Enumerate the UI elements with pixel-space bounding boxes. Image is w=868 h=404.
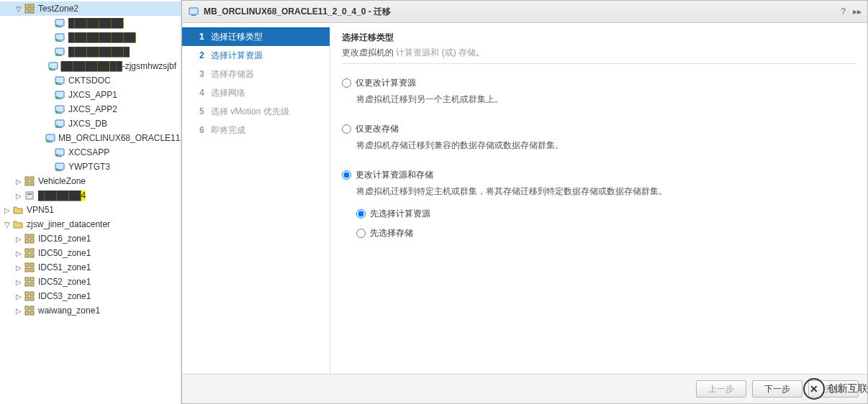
tree-item-label: waiwang_zone1 — [38, 306, 104, 316]
migration-option: 更改计算资源和存储将虚拟机迁移到特定主机或群集，将其存储迁移到特定数据存储或数据… — [342, 169, 856, 239]
option-label[interactable]: 更改计算资源和存储 — [342, 169, 856, 181]
option-radio[interactable] — [342, 124, 351, 134]
tree-item[interactable]: ▽zjsw_jiner_datacenter — [0, 217, 181, 231]
tree-item[interactable]: JXCS_DB — [0, 116, 181, 131]
tree-item[interactable]: ▷IDC51_zone1 — [0, 260, 181, 275]
vm-icon — [45, 132, 55, 144]
tree-item[interactable]: ▷IDC50_zone1 — [0, 246, 181, 260]
twisty-icon[interactable]: ▽ — [14, 5, 23, 13]
svg-rect-54 — [30, 268, 34, 272]
tree-item[interactable]: ██████████-zjgsmhwzsjbf — [0, 59, 181, 73]
vm-icon — [54, 118, 65, 129]
twisty-icon[interactable]: ▷ — [14, 264, 23, 272]
wizard-step[interactable]: ✓2选择计算资源 — [182, 46, 330, 65]
check-icon: ✓ — [189, 32, 199, 42]
svg-rect-44 — [30, 234, 34, 238]
vm-icon — [54, 147, 65, 158]
tree-item[interactable]: ███████████ — [0, 30, 181, 45]
wizard-content: 选择迁移类型 更改虚拟机的 计算资源和 (或) 存储。 仅更改计算资源将虚拟机迁… — [330, 23, 867, 374]
step-label: 选择存储器 — [209, 68, 254, 81]
next-button[interactable]: 下一步 — [752, 380, 803, 398]
svg-rect-3 — [30, 9, 34, 13]
tree-item[interactable]: ██████████ — [0, 45, 181, 59]
wizard-step: ✓1选择迁移类型 — [182, 27, 330, 46]
svg-rect-43 — [25, 234, 29, 238]
content-subheading: 更改虚拟机的 计算资源和 (或) 存储。 — [342, 47, 856, 59]
option-label[interactable]: 仅更改计算资源 — [342, 77, 856, 89]
inventory-tree[interactable]: ▽TestZone2██████████████████████████████… — [0, 0, 181, 404]
svg-rect-68 — [191, 15, 196, 16]
tree-item[interactable]: MB_ORCLINUX68_ORACLE11 — [0, 131, 181, 145]
twisty-icon[interactable]: ▷ — [14, 192, 23, 200]
svg-rect-63 — [25, 306, 29, 310]
tree-item-label: TestZone2 — [38, 4, 83, 14]
expand-icon[interactable]: ▸▸ — [853, 6, 862, 17]
migration-option: 仅更改存储将虚拟机存储迁移到兼容的数据存储或数据存储群集。 — [342, 123, 856, 152]
step-number: 6 — [199, 125, 209, 135]
svg-point-36 — [55, 168, 58, 171]
tree-item-label: ██████████-zjgsmhwzsjbf — [61, 61, 181, 71]
tree-item-label: IDC16_zone1 — [38, 234, 95, 244]
tree-item[interactable]: ▷VPN51 — [0, 203, 181, 217]
svg-rect-61 — [25, 297, 29, 300]
back-button[interactable]: 上一步 — [696, 380, 746, 398]
svg-rect-45 — [25, 239, 29, 243]
tree-item-label: CKTSDOC — [68, 75, 115, 86]
svg-rect-64 — [30, 306, 34, 310]
svg-point-6 — [55, 24, 58, 27]
svg-point-9 — [55, 39, 58, 42]
sub-option-radio[interactable] — [356, 229, 366, 238]
option-description: 将虚拟机迁移到另一个主机或群集上。 — [356, 93, 856, 106]
svg-point-15 — [49, 68, 52, 70]
tree-item-label: XCCSAPP — [68, 147, 114, 157]
tree-item[interactable]: JXCS_APP2 — [0, 102, 181, 116]
option-radio[interactable] — [342, 78, 351, 88]
tree-item-label: YWPTGT3 — [68, 162, 114, 172]
tree-item[interactable]: █████████ — [0, 16, 181, 30]
tree-item[interactable]: ▷VehicleZone — [0, 174, 181, 188]
sub-option-label[interactable]: 先选择存储 — [356, 227, 856, 239]
sub-option-radio[interactable] — [356, 209, 366, 219]
twisty-icon[interactable]: ▷ — [14, 235, 23, 243]
tree-item[interactable]: JXCS_APP1 — [0, 88, 181, 102]
twisty-icon[interactable]: ▷ — [3, 206, 12, 214]
twisty-icon[interactable]: ▷ — [14, 307, 23, 315]
tree-item[interactable]: ▷IDC52_zone1 — [0, 275, 181, 289]
finish-button[interactable]: 完成 — [808, 380, 859, 398]
svg-point-12 — [55, 53, 58, 56]
tree-item[interactable]: YWPTGT3 — [0, 160, 181, 174]
svg-rect-60 — [30, 292, 34, 295]
tree-item-label: IDC52_zone1 — [38, 277, 95, 287]
tree-item[interactable]: ▷███████4 — [0, 188, 181, 203]
help-icon[interactable]: ? — [841, 6, 846, 17]
tree-item[interactable]: ▷IDC16_zone1 — [0, 231, 181, 246]
twisty-icon[interactable]: ▷ — [14, 278, 23, 286]
tree-item[interactable]: XCCSAPP — [0, 145, 181, 160]
wizard-footer: 上一步 下一步 完成 — [182, 374, 867, 403]
sub-option-label[interactable]: 先选择计算资源 — [356, 208, 856, 220]
twisty-icon[interactable]: ▷ — [14, 178, 23, 185]
tree-item-label: VehicleZone — [38, 176, 90, 186]
svg-rect-67 — [189, 8, 198, 14]
twisty-icon[interactable]: ▷ — [14, 293, 23, 300]
option-description: 将虚拟机迁移到特定主机或群集，将其存储迁移到特定数据存储或数据存储群集。 — [356, 185, 856, 198]
divider — [342, 63, 856, 64]
tree-item-label: ██████████ — [68, 47, 134, 57]
svg-rect-29 — [48, 142, 53, 142]
option-label[interactable]: 仅更改存储 — [342, 123, 856, 135]
tree-item[interactable]: ▽TestZone2 — [0, 1, 181, 16]
twisty-icon[interactable]: ▷ — [14, 249, 23, 257]
step-number: 1 — [199, 32, 209, 42]
tree-item[interactable]: CKTSDOC — [0, 73, 181, 88]
vm-icon — [54, 46, 65, 58]
tree-item[interactable]: ▷IDC53_zone1 — [0, 289, 181, 303]
tree-item[interactable]: ▷waiwang_zone1 — [0, 303, 181, 318]
twisty-icon[interactable]: ▽ — [3, 221, 12, 229]
cluster-icon — [24, 3, 35, 14]
svg-rect-32 — [58, 156, 62, 157]
tree-item-label: JXCS_APP2 — [68, 104, 122, 114]
svg-rect-11 — [58, 55, 62, 56]
vm-icon — [54, 89, 65, 101]
option-radio[interactable] — [342, 170, 351, 180]
tree-item-label: IDC50_zone1 — [38, 248, 95, 258]
